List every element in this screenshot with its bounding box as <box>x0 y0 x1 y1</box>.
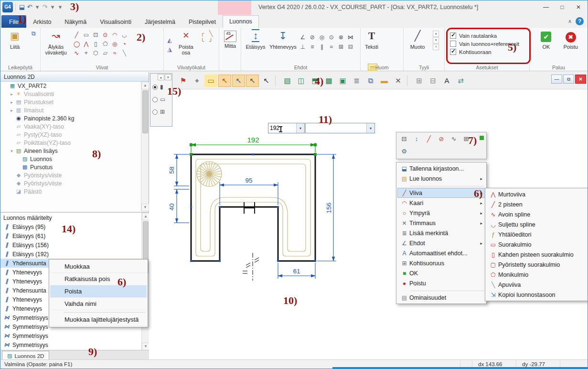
fix-constraint-icon[interactable]: ⊞ <box>337 43 345 51</box>
smart-polyline-button[interactable]: ↝ Älykäs viivaketju <box>42 29 70 59</box>
dimension-58[interactable] <box>174 154 189 186</box>
horizontal-constraint-icon[interactable]: ≡ <box>308 43 317 51</box>
dimension-192-label[interactable]: 192 <box>247 136 259 144</box>
ellipse-icon[interactable]: ◯ <box>72 40 81 48</box>
exit-button[interactable]: ✖ Poistu <box>559 29 583 59</box>
freehand-icon[interactable]: ≈ <box>110 49 119 57</box>
concentric-constraint-icon[interactable]: ◎ <box>318 33 326 41</box>
dimension-192[interactable] <box>191 143 315 152</box>
paste-button[interactable]: ▣ Liitä <box>2 29 28 59</box>
properties-rect-icon[interactable]: ⊟ <box>398 134 410 144</box>
tree-scrollbar[interactable]: ▲ ▼ <box>141 82 149 211</box>
menu-item[interactable]: ⊞ Kohtisuoruus <box>397 258 485 268</box>
redo-dropdown-icon[interactable]: ▾ <box>49 2 56 12</box>
context-menu-item[interactable]: Poista <box>50 285 147 298</box>
context-menu-item[interactable]: Muokkaa <box>50 260 147 273</box>
pin-icon[interactable]: ⚑ <box>177 75 190 87</box>
tree-item[interactable]: ▱ Pysty(XZ)-taso <box>0 130 141 139</box>
gallery-up-icon[interactable]: ▴ <box>433 31 439 37</box>
constraint-item[interactable]: ∥ Etäisyys (95) <box>0 222 141 231</box>
ok-indicator-icon[interactable] <box>480 136 484 140</box>
select-cursor-icon[interactable]: ↖ <box>260 75 273 87</box>
help-icon[interactable]: ? <box>576 17 584 25</box>
submenu-item[interactable]: ∿ Avoin spline <box>486 209 587 219</box>
view-fit-icon[interactable]: ▣ <box>336 75 349 87</box>
submenu-item[interactable]: ƒ Yhtälöeditori <box>486 229 587 239</box>
constraint-item[interactable]: ∥ Etäisyys (156) <box>0 240 141 250</box>
submenu-item[interactable]: ◡ Suljettu spline <box>486 219 587 229</box>
constraint-item[interactable]: ∥ Etäisyys (61) <box>0 231 141 240</box>
ribbon-tab[interactable]: Luonnos <box>223 15 259 28</box>
dimension-value-input[interactable] <box>268 123 296 133</box>
ribbon-tab[interactable]: Järjestelmä <box>138 15 182 28</box>
scroll-up-icon[interactable]: ▲ <box>141 82 149 89</box>
submenu-item[interactable]: ⇲ Kopioi luonnostasoon <box>486 290 587 300</box>
dimension-95[interactable] <box>220 182 278 205</box>
remove-segment-button[interactable]: ✕ Poista osa <box>175 29 196 59</box>
arc-icon[interactable]: ◠ <box>110 31 119 39</box>
symmetry-constraint-icon[interactable]: ⋈ <box>346 33 355 41</box>
copy-doc-icon[interactable]: ⧉ <box>364 75 377 87</box>
mirror-vertical-icon[interactable]: ◭ <box>165 36 174 44</box>
rectangle-3pt-icon[interactable]: ⊡ <box>91 31 100 39</box>
expand-icon[interactable]: ▸ <box>9 108 15 113</box>
menu-item[interactable] <box>410 289 484 291</box>
arc-2-icon[interactable]: ◡ <box>120 31 128 39</box>
ok-button[interactable]: ✔ OK <box>535 29 557 59</box>
menu-item[interactable]: ◠ Kaari ▸ <box>397 198 485 208</box>
dimension-58-label[interactable]: 58 <box>168 166 175 174</box>
grid-icon[interactable]: ⊞ <box>413 75 426 87</box>
circle-2pt-icon[interactable]: ◎ <box>110 40 119 48</box>
menu-item[interactable]: ○ Ympyrä ▸ <box>397 208 485 218</box>
chamfer-icon[interactable]: ╲ <box>207 29 215 37</box>
swap-plane-icon[interactable]: ⇄ <box>454 75 467 87</box>
menu-item[interactable]: ╱ Viiva ▸ <box>397 188 485 198</box>
profile-option-grid[interactable]: ⊞ <box>150 106 172 118</box>
menu-item[interactable]: ∠ Ehdot ▸ <box>397 238 485 248</box>
polyline-icon[interactable]: ⋀ <box>82 40 90 48</box>
maximize-button[interactable]: □ <box>554 0 570 14</box>
panel-close-icon[interactable]: ✕ <box>165 74 171 80</box>
dimension-tool-icon[interactable]: ↕ <box>411 134 422 144</box>
tree-item[interactable]: ◆ Pyöristys/viiste <box>0 179 141 187</box>
doc-minimize-button[interactable]: — <box>551 75 562 84</box>
snap-cursor-2-icon[interactable]: ↖ <box>232 75 245 87</box>
constraint-item[interactable]: ⋈ Symmetrisyys <box>0 331 141 340</box>
tree-item[interactable]: ▸ ▤ Piirustukset <box>0 98 141 106</box>
panel-collapse-icon[interactable]: ▴ <box>158 74 164 80</box>
delete-icon[interactable]: ✕ <box>392 75 405 87</box>
combo-dropdown-icon[interactable]: ▾ <box>366 123 374 133</box>
settings-checkbox[interactable]: Vain luonnos+referenssit <box>450 41 526 47</box>
circle-icon[interactable]: ⊙ <box>101 31 109 39</box>
construction-line-icon[interactable]: ╲ <box>120 49 128 57</box>
part-outline[interactable] <box>191 154 315 261</box>
ruler-icon[interactable]: ▭ <box>204 75 217 87</box>
rectangle-2pt-icon[interactable]: ▯ <box>91 40 100 48</box>
dimension-156-label[interactable]: 156 <box>325 203 332 214</box>
line-tool-icon[interactable]: ╱ <box>423 134 435 144</box>
lock-constraint-icon[interactable]: ⊟ <box>346 43 355 51</box>
point-icon[interactable]: + <box>82 49 90 57</box>
profile-option-solid[interactable]: ▮ <box>150 81 172 93</box>
settings-gear-icon[interactable]: ⚙ <box>398 146 410 157</box>
scroll-down-icon[interactable]: ▼ <box>142 343 150 350</box>
customize-quick-access-icon[interactable]: ▾ <box>56 2 64 12</box>
mirror-horizontal-icon[interactable]: ◮ <box>165 45 174 53</box>
profile-option-dashed[interactable]: ▭ <box>150 93 172 106</box>
menu-item[interactable] <box>410 184 484 186</box>
expand-icon[interactable]: ▾ <box>9 149 15 153</box>
tree-item[interactable]: ▦ VX_PART2 <box>0 82 141 90</box>
shape-style-button[interactable]: ╱ Muoto <box>405 29 430 59</box>
slot-icon[interactable]: ▱ <box>101 49 109 57</box>
app-logo[interactable]: G4 <box>2 2 13 12</box>
menu-item[interactable]: ▤ Ominaisuudet <box>397 293 485 303</box>
dimension-40-label[interactable]: 40 <box>168 203 175 210</box>
menu-item[interactable]: ⬓ Tallenna kirjastoon... <box>397 163 485 174</box>
tree-item[interactable]: ▸ ▥ Ilmaisut <box>0 106 141 114</box>
tree-item[interactable]: ▾ ▧ Aineen lisäys <box>0 147 141 155</box>
ribbon-tab[interactable]: Arkisto <box>26 15 58 28</box>
context-menu-item[interactable]: Muokkaa lajittelujärjestystä <box>50 314 147 326</box>
view-iso-icon[interactable]: ⬒ <box>309 75 321 87</box>
tangent-constraint-icon[interactable]: ⊘ <box>308 33 317 41</box>
tree-item[interactable]: ◪ Päästö <box>0 187 141 195</box>
